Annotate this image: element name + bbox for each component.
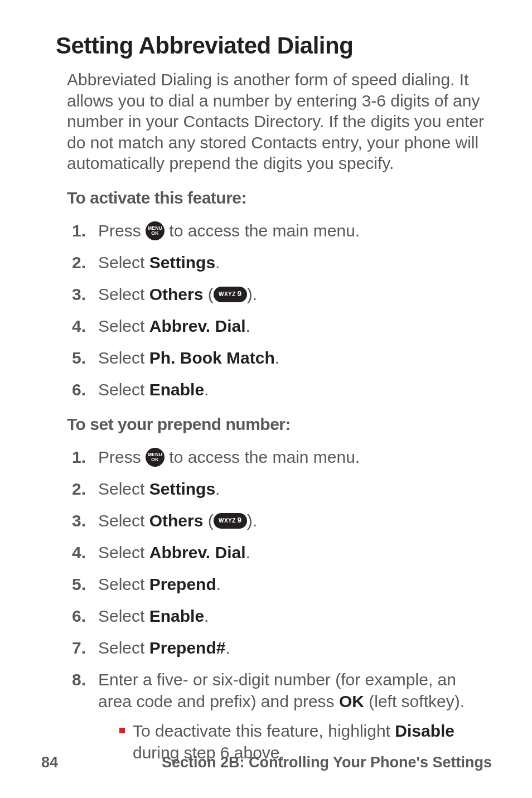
step-number: 4. xyxy=(67,543,98,562)
bold-term: Others xyxy=(149,285,204,303)
intro-paragraph: Abbreviated Dialing is another form of s… xyxy=(67,69,493,174)
step-body: Select Others (WXYZ9). xyxy=(98,510,493,531)
step-body: Press MENUOK to access the main menu. xyxy=(98,446,493,468)
menu-ok-key-icon: MENUOK xyxy=(146,221,165,240)
step-body: Press MENUOK to access the main menu. xyxy=(98,220,493,241)
step-number: 5. xyxy=(67,575,98,594)
step-number: 1. xyxy=(67,448,98,467)
step-item: 6.Select Enable. xyxy=(67,605,493,627)
prepend-steps-list: 1.Press MENUOK to access the main menu.2… xyxy=(67,446,493,763)
step-item: 1.Press MENUOK to access the main menu. xyxy=(67,446,493,468)
step-body: Select Abbrev. Dial. xyxy=(98,315,493,337)
wxyz-9-key-icon: WXYZ9 xyxy=(214,513,247,529)
step-body: Select Enable. xyxy=(98,379,493,400)
page-title: Setting Abbreviated Dialing xyxy=(56,32,493,59)
step-number: 4. xyxy=(67,317,98,336)
step-number: 2. xyxy=(67,480,98,499)
bold-term: Settings xyxy=(149,253,215,272)
step-item: 4.Select Abbrev. Dial. xyxy=(67,541,493,563)
bold-term: Ph. Book Match xyxy=(149,349,275,367)
step-item: 5.Select Prepend. xyxy=(67,573,493,595)
step-body: Select Enable. xyxy=(98,605,493,627)
bold-term: OK xyxy=(339,692,364,710)
step-number: 6. xyxy=(67,607,98,626)
step-number: 3. xyxy=(67,285,98,304)
page-number: 84 xyxy=(41,754,58,771)
step-item: 7.Select Prepend#. xyxy=(67,637,493,659)
step-body: Select Abbrev. Dial. xyxy=(98,541,493,563)
step-item: 5.Select Ph. Book Match. xyxy=(67,347,493,369)
bold-term: Abbrev. Dial xyxy=(149,543,246,562)
step-number: 3. xyxy=(67,511,98,530)
step-body: Enter a five- or six-digit number (for e… xyxy=(98,669,493,763)
bold-term: Prepend# xyxy=(149,639,226,657)
wxyz-9-key-icon: WXYZ9 xyxy=(214,287,247,302)
step-body: Select Prepend. xyxy=(98,573,493,595)
step-number: 7. xyxy=(67,639,98,657)
step-number: 8. xyxy=(67,670,98,689)
step-item: 3.Select Others (WXYZ9). xyxy=(67,510,493,531)
activate-steps-list: 1.Press MENUOK to access the main menu.2… xyxy=(67,220,493,400)
step-item: 1.Press MENUOK to access the main menu. xyxy=(67,220,493,241)
step-item: 2.Select Settings. xyxy=(67,252,493,273)
bold-term: Others xyxy=(149,511,204,530)
step-body: Select Others (WXYZ9). xyxy=(98,283,493,305)
bold-term: Prepend xyxy=(149,575,216,593)
step-body: Select Prepend#. xyxy=(98,637,493,659)
prepend-heading: To set your prepend number: xyxy=(67,415,493,434)
step-body: Select Settings. xyxy=(98,478,493,500)
bold-term: Enable xyxy=(149,380,204,399)
step-item: 3.Select Others (WXYZ9). xyxy=(67,283,493,305)
page-footer: 84 Section 2B: Controlling Your Phone's … xyxy=(0,754,532,771)
menu-ok-key-icon: MENUOK xyxy=(146,448,165,467)
bold-term: Enable xyxy=(149,607,204,625)
section-label: Section 2B: Controlling Your Phone's Set… xyxy=(162,754,492,771)
bold-term: Disable xyxy=(395,722,454,740)
step-item: 2.Select Settings. xyxy=(67,478,493,500)
step-body: Select Ph. Book Match. xyxy=(98,347,493,369)
step-item: 8.Enter a five- or six-digit number (for… xyxy=(67,669,493,763)
step-number: 5. xyxy=(67,349,98,367)
step-item: 6.Select Enable. xyxy=(67,379,493,400)
bold-term: Settings xyxy=(149,480,215,498)
activate-heading: To activate this feature: xyxy=(67,188,493,207)
page-content: Setting Abbreviated Dialing Abbreviated … xyxy=(0,0,532,763)
bold-term: Abbrev. Dial xyxy=(149,317,246,335)
step-number: 1. xyxy=(67,221,98,240)
step-number: 2. xyxy=(67,253,98,272)
step-number: 6. xyxy=(67,380,98,399)
step-body: Select Settings. xyxy=(98,252,493,273)
step-item: 4.Select Abbrev. Dial. xyxy=(67,315,493,337)
